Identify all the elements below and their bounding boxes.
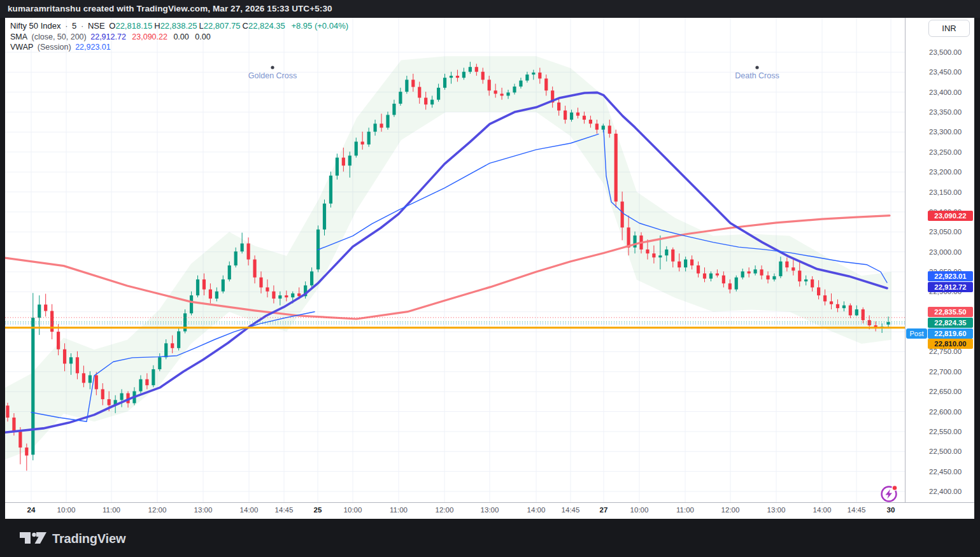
candle-body: [785, 262, 788, 267]
candle-body: [589, 120, 592, 123]
candle-body: [297, 293, 301, 296]
candle-body: [291, 293, 294, 297]
candle-body: [728, 283, 732, 289]
candle-body: [57, 332, 60, 349]
candle-body: [374, 123, 377, 132]
time-tick-label: 11:00: [676, 506, 694, 514]
price-axis[interactable]: INR 23,500.0023,450.0023,400.0023,350.00…: [905, 18, 974, 502]
tradingview-logo-icon: [19, 530, 47, 547]
legend-symbol-row: Nifty 50 Index · 5 · NSE O22,818.15H22,8…: [10, 21, 350, 32]
time-axis[interactable]: 2410:0011:0012:0013:0014:0014:452510:001…: [5, 502, 974, 519]
candle-body: [671, 250, 674, 262]
candle-body: [735, 278, 738, 290]
quick-action-flash-icon[interactable]: [877, 482, 902, 502]
candle-body: [760, 269, 763, 275]
candle-body: [469, 67, 472, 72]
legend-sma-row: SMA (close, 50, 200) 22,912.72 23,090.22…: [10, 32, 350, 43]
candle-body: [12, 418, 15, 432]
candle-body: [348, 155, 352, 166]
candle-body: [678, 262, 681, 267]
candle-body: [31, 318, 34, 455]
candle-body: [488, 80, 491, 90]
candle-body: [525, 74, 529, 80]
notification-dot: [892, 486, 897, 491]
price-badge: 22,835.50: [928, 307, 973, 317]
price-tick-label: 23,050.00: [929, 228, 962, 236]
candle-body: [475, 67, 478, 72]
sma-params: (close, 50, 200): [32, 32, 87, 41]
candle-body: [25, 448, 28, 456]
chart-panel[interactable]: Golden CrossDeath Cross Nifty 50 Index ·…: [5, 18, 905, 502]
candle-body: [576, 113, 579, 116]
candle-body: [361, 142, 364, 145]
candle-body: [329, 176, 332, 204]
candle-body: [171, 343, 174, 348]
candle-body: [855, 309, 858, 315]
candle-body: [792, 267, 795, 271]
candle-body: [443, 78, 446, 88]
top-watermark-bar: kumaramritanshu created with TradingView…: [0, 0, 980, 18]
candle-body: [215, 292, 218, 299]
candle-body: [849, 306, 852, 316]
candle-body: [310, 271, 313, 285]
price-badge: 22,923.01: [928, 271, 973, 281]
candlestick-chart[interactable]: Golden CrossDeath Cross: [5, 18, 905, 502]
candle-body: [418, 87, 421, 98]
candle-body: [716, 274, 719, 276]
price-tick-label: 22,650.00: [929, 388, 962, 395]
candle-body: [76, 357, 79, 373]
candle-body: [652, 253, 655, 257]
candle-body: [253, 260, 256, 278]
candle-body: [494, 90, 497, 94]
symbol-interval: 5: [72, 21, 76, 31]
annotation-dot: [271, 66, 274, 69]
candle-body: [506, 92, 509, 95]
candle-body: [595, 123, 599, 129]
candle-body: [101, 389, 104, 399]
candle-body: [336, 158, 339, 176]
time-tick-session: 27: [600, 506, 608, 514]
price-tick-label: 23,150.00: [929, 188, 962, 196]
time-tick-session: 30: [887, 506, 895, 514]
price-tick-label: 23,200.00: [929, 168, 962, 176]
time-tick-label: 13:00: [767, 506, 786, 514]
chart-legend: Nifty 50 Index · 5 · NSE O22,818.15H22,8…: [10, 21, 350, 53]
vwap-value: 22,923.01: [75, 43, 111, 52]
candle-body: [772, 276, 776, 279]
candle-body: [519, 81, 522, 87]
candle-body: [538, 73, 541, 78]
price-tick-label: 22,400.00: [929, 488, 962, 495]
time-tick-label: 12:00: [721, 506, 740, 514]
candle-body: [614, 134, 618, 202]
candle-body: [456, 76, 459, 78]
candle-body: [564, 111, 567, 120]
candle-body: [557, 102, 560, 111]
candle-body: [89, 375, 92, 383]
sma50-value: 22,912.72: [90, 32, 126, 41]
candle-body: [437, 88, 440, 100]
chart-card: Golden CrossDeath Cross Nifty 50 Index ·…: [5, 18, 974, 519]
price-tick-label: 23,300.00: [929, 128, 962, 136]
tradingview-logo[interactable]: TradingView: [19, 530, 125, 547]
time-tick-label: 12:00: [148, 506, 167, 514]
candle-body: [754, 269, 757, 273]
tradingview-chart-page: kumaramritanshu created with TradingView…: [0, 0, 980, 557]
time-tick-label: 14:45: [562, 506, 580, 514]
candle-body: [583, 116, 586, 120]
time-tick-label: 10:00: [344, 506, 362, 514]
candle-body: [684, 260, 687, 268]
ohlc-value: 22,838.25: [160, 21, 197, 31]
price-tick-label: 23,450.00: [929, 68, 962, 76]
time-tick-label: 14:00: [240, 506, 259, 514]
candle-body: [836, 304, 839, 308]
currency-toggle-button[interactable]: INR: [928, 20, 970, 37]
time-tick-label: 10:00: [57, 506, 76, 514]
price-tick-label: 23,250.00: [929, 148, 962, 156]
candle-body: [278, 295, 281, 299]
candle-body: [544, 78, 548, 90]
candle-body: [164, 343, 167, 357]
candle-body: [139, 379, 142, 391]
candle-body: [862, 309, 865, 320]
candle-body: [202, 279, 206, 290]
sma-label: SMA: [10, 32, 27, 41]
